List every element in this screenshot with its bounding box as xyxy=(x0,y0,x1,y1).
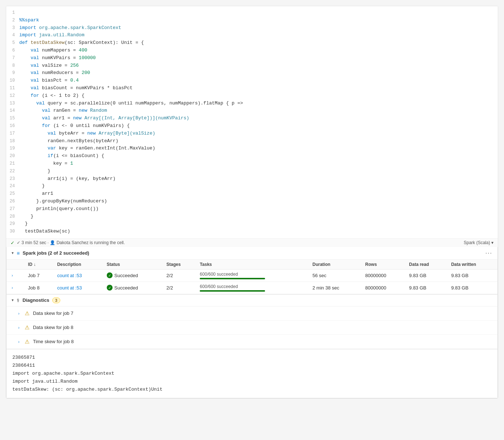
table-row: › Job 8 count at :53 ✓ Succeeded 2/2 600… xyxy=(7,281,497,294)
code-line: 21 key = 1 xyxy=(6,160,498,168)
diag-collapse-icon: ▾ xyxy=(12,298,14,303)
job-status: ✓ Succeeded xyxy=(103,269,163,281)
success-circle: ✓ xyxy=(107,285,113,291)
line-number: 17 xyxy=(6,130,19,137)
line-number: 27 xyxy=(6,206,19,213)
code-line: 17 val byteArr = new Array[Byte](valSize… xyxy=(6,130,498,137)
line-number: 24 xyxy=(6,183,19,190)
output-line: testDataSkew: (sc: org.apache.spark.Spar… xyxy=(12,386,492,394)
col-duration: Duration xyxy=(309,260,362,270)
progress-bar-fill xyxy=(200,290,265,292)
line-content: var key = ranGen.nextInt(Int.MaxValue) xyxy=(19,145,498,152)
line-content: %%spark xyxy=(19,17,498,24)
col-stages: Stages xyxy=(163,260,196,270)
diagnostic-item[interactable]: › ⚠ Time skew for job 8 xyxy=(7,335,497,349)
line-number: 26 xyxy=(6,198,19,205)
row-expand-btn[interactable]: › xyxy=(7,269,24,281)
output-section: 2386587123866411import org.apache.spark.… xyxy=(6,349,498,398)
output-line: 23865871 xyxy=(12,354,492,362)
col-status: Status xyxy=(103,260,163,270)
job-description[interactable]: count at :53 xyxy=(53,281,103,294)
diagnostics-section: ▾ ⚕ Diagnostics 3 › ⚠ Data skew for job … xyxy=(6,295,498,349)
diagnostic-item[interactable]: › ⚠ Data skew for job 8 xyxy=(7,321,497,335)
expand-button[interactable]: › xyxy=(10,285,15,291)
col-expand xyxy=(7,260,24,270)
diagnostic-item[interactable]: › ⚠ Data skew for job 7 xyxy=(7,307,497,321)
code-line: 9 val numReducers = 200 xyxy=(6,69,498,77)
line-number: 10 xyxy=(6,77,19,84)
code-line: 3import org.apache.spark.SparkContext xyxy=(6,24,498,32)
code-line: 14 val ranGen = new Random xyxy=(6,107,498,115)
line-content: } xyxy=(19,220,498,228)
code-line: 20 if(i <= biasCount) { xyxy=(6,152,498,160)
line-content: val ranGen = new Random xyxy=(19,107,498,115)
cell-footer: ✓ ✓ 3 min 52 sec · 👤 Dakota Sanchez is r… xyxy=(6,238,498,247)
line-number: 14 xyxy=(6,107,19,114)
collapse-icon: ▾ xyxy=(12,251,14,255)
line-number: 9 xyxy=(6,70,19,77)
runtime-badge[interactable]: Spark (Scala) ▾ xyxy=(464,240,493,245)
col-id[interactable]: ID ↓ xyxy=(24,260,53,270)
output-line: import org.apache.spark.SparkContext xyxy=(12,370,492,378)
diag-expand-button[interactable]: › xyxy=(17,311,21,316)
line-number: 12 xyxy=(6,92,19,99)
diag-expand-button[interactable]: › xyxy=(17,325,21,330)
code-line: 5def testDataSkew(sc: SparkContext): Uni… xyxy=(6,39,498,47)
col-rows: Rows xyxy=(362,260,406,270)
code-line: 30 testDataSkew(sc) xyxy=(6,228,498,235)
job-link[interactable]: count at :53 xyxy=(57,273,82,278)
diagnostics-title: Diagnostics xyxy=(23,297,49,303)
code-editor: 1 2%%spark3import org.apache.spark.Spark… xyxy=(6,6,498,238)
line-content: } xyxy=(19,213,498,221)
code-line: 12 for (i <- 1 to 2) { xyxy=(6,92,498,100)
sort-icon: ↓ xyxy=(33,262,36,267)
output-line: 23866411 xyxy=(12,362,492,370)
code-line: 18 ranGen.nextBytes(byteArr) xyxy=(6,137,498,145)
spark-icon: ≡ xyxy=(17,250,20,256)
line-content: println(query.count()) xyxy=(19,205,498,213)
success-icon: ✓ xyxy=(11,240,15,246)
header-left: ▾ ≡ Spark jobs (2 of 2 succeeded) xyxy=(12,250,89,256)
diagnostic-label: Time skew for job 8 xyxy=(33,339,74,344)
code-line: 28 } xyxy=(6,213,498,221)
job-data-read: 9.83 GB xyxy=(406,281,448,294)
code-line: 24 } xyxy=(6,182,498,190)
line-content: val numMappers = 400 xyxy=(19,47,498,54)
col-tasks: Tasks xyxy=(196,260,309,270)
warning-icon: ⚠ xyxy=(25,310,29,317)
success-circle: ✓ xyxy=(107,272,113,278)
line-number: 28 xyxy=(6,213,19,220)
code-line: 25 arr1 xyxy=(6,190,498,198)
job-duration: 2 min 38 sec xyxy=(309,281,362,294)
more-options-button[interactable]: ··· xyxy=(485,250,492,256)
line-number: 30 xyxy=(6,228,19,235)
diagnostics-icon: ⚕ xyxy=(17,297,20,303)
table-header: ID ↓ Description Status Stages Tasks Dur… xyxy=(7,260,497,270)
expand-button[interactable]: › xyxy=(10,272,15,278)
job-link[interactable]: count at :53 xyxy=(57,285,82,291)
line-number: 7 xyxy=(6,55,19,62)
line-number: 19 xyxy=(6,145,19,152)
diagnostics-header[interactable]: ▾ ⚕ Diagnostics 3 xyxy=(7,295,497,307)
job-description[interactable]: count at :53 xyxy=(53,269,103,281)
diagnostic-label: Data skew for job 7 xyxy=(33,311,73,316)
code-line: 11 val biasCount = numKVPairs * biasPct xyxy=(6,85,498,92)
diagnostics-items: › ⚠ Data skew for job 7 › ⚠ Data skew fo… xyxy=(7,307,497,349)
diagnostics-count: 3 xyxy=(52,297,60,303)
output-line: import java.util.Random xyxy=(12,378,492,386)
col-data-read: Data read xyxy=(406,260,448,270)
line-content: arr1(i) = (key, byteArr) xyxy=(19,175,498,183)
spark-jobs-section: ▾ ≡ Spark jobs (2 of 2 succeeded) ··· ID… xyxy=(6,247,498,295)
status-text: Succeeded xyxy=(114,285,138,291)
progress-bar-bg xyxy=(200,290,265,292)
diag-expand-button[interactable]: › xyxy=(17,339,21,345)
spark-jobs-header[interactable]: ▾ ≡ Spark jobs (2 of 2 succeeded) ··· xyxy=(7,247,497,260)
line-number: 23 xyxy=(6,176,19,182)
line-number: 1 xyxy=(6,9,19,16)
row-expand-btn[interactable]: › xyxy=(7,281,24,294)
cell-timing: ✓ 3 min 52 sec · 👤 Dakota Sanchez is run… xyxy=(17,240,125,245)
line-number: 16 xyxy=(6,123,19,129)
line-number: 8 xyxy=(6,62,19,69)
line-number: 3 xyxy=(6,25,19,32)
jobs-tbody: › Job 7 count at :53 ✓ Succeeded 2/2 600… xyxy=(7,269,497,294)
